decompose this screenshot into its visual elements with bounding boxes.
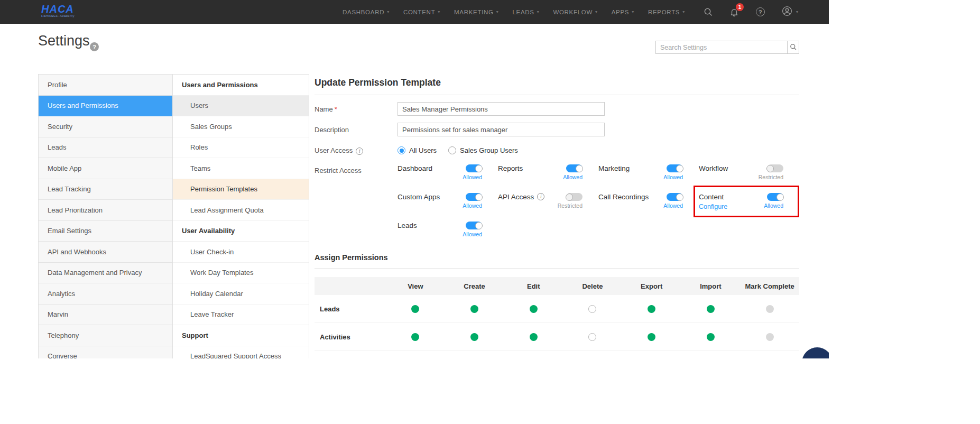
- perm-dot-leads-view[interactable]: [411, 305, 419, 313]
- nav-workflow[interactable]: WORKFLOW▾: [553, 9, 597, 15]
- sidebar-item-profile[interactable]: Profile: [39, 75, 172, 96]
- name-form-row: Name*: [315, 102, 799, 116]
- perm-dot-activities-import[interactable]: [707, 333, 715, 341]
- toggle-state-label: Allowed: [663, 174, 683, 180]
- notifications-bell-icon[interactable]: 1: [729, 7, 739, 17]
- user-profile-menu[interactable]: ▾: [782, 6, 798, 19]
- toggle-state-label: Allowed: [463, 231, 482, 237]
- sidebar-item-users-and-permissions[interactable]: Users and Permissions: [39, 96, 172, 117]
- perm-dot-leads-export[interactable]: [648, 305, 655, 313]
- sidebar-item-leads[interactable]: Leads: [39, 137, 172, 159]
- row-label-activities: Activities: [315, 333, 386, 341]
- sidebar-item-email-settings[interactable]: Email Settings: [39, 221, 172, 242]
- settings-sidebar: Profile Users and Permissions Security L…: [38, 74, 173, 358]
- perm-dot-activities-export[interactable]: [648, 333, 655, 341]
- toggle-knob: [776, 193, 784, 201]
- sidebar-item-converse[interactable]: Converse: [39, 346, 172, 359]
- description-field[interactable]: [397, 123, 605, 136]
- info-icon[interactable]: i: [537, 193, 544, 200]
- radio-sales-group-users[interactable]: [448, 146, 456, 154]
- user-access-form-row: User Access i All Users Sales Group User…: [315, 143, 799, 155]
- perm-dot-activities-create[interactable]: [470, 333, 478, 341]
- submenu-item-leadsquared-support-access[interactable]: LeadSquared Support Access: [173, 346, 309, 359]
- submenu-item-roles[interactable]: Roles: [173, 137, 309, 159]
- restrict-cell-dashboard: Dashboard Allowed: [397, 163, 498, 188]
- perm-dot-leads-edit[interactable]: [530, 305, 538, 313]
- restrict-cell-content: Content Configure Allowed: [699, 192, 799, 216]
- submenu-item-teams[interactable]: Teams: [173, 158, 309, 179]
- haca-logo[interactable]: HACA Harris&Co. Academy: [41, 3, 75, 17]
- submenu-item-users[interactable]: Users: [173, 96, 309, 117]
- sidebar-item-marvin[interactable]: Marvin: [39, 305, 172, 326]
- assign-permissions-title: Assign Permissions: [315, 253, 799, 268]
- perm-dot-activities-view[interactable]: [411, 333, 419, 341]
- chevron-down-icon: ▾: [595, 10, 598, 14]
- logo-subtext: Harris&Co. Academy: [41, 14, 75, 17]
- content-configure-link[interactable]: Configure: [699, 203, 727, 210]
- perm-dot-leads-mark-complete[interactable]: [766, 305, 774, 313]
- toggle-knob: [576, 165, 583, 172]
- search-settings-input[interactable]: [655, 41, 788, 54]
- perm-dot-activities-delete[interactable]: [588, 333, 596, 341]
- chat-widget-button[interactable]: [802, 347, 829, 358]
- name-field[interactable]: [397, 102, 605, 116]
- radio-all-users[interactable]: [397, 146, 405, 154]
- custom-apps-toggle[interactable]: [466, 193, 482, 201]
- perm-dot-activities-edit[interactable]: [530, 333, 538, 341]
- perm-dot-leads-create[interactable]: [470, 305, 478, 313]
- sidebar-item-api-and-webhooks[interactable]: API and Webhooks: [39, 242, 172, 263]
- nav-marketing[interactable]: MARKETING▾: [454, 9, 498, 15]
- sidebar-item-analytics[interactable]: Analytics: [39, 283, 172, 305]
- avatar-icon: [782, 6, 792, 19]
- sidebar-item-data-management[interactable]: Data Management and Privacy: [39, 263, 172, 284]
- call-recordings-toggle[interactable]: [667, 193, 683, 201]
- perm-dot-leads-delete[interactable]: [588, 305, 596, 313]
- nav-dashboard[interactable]: DASHBOARD▾: [343, 9, 390, 15]
- submenu-item-leave-tracker[interactable]: Leave Tracker: [173, 305, 309, 326]
- main-nav: DASHBOARD▾ CONTENT▾ MARKETING▾ LEADS▾ WO…: [343, 0, 685, 24]
- nav-leads[interactable]: LEADS▾: [512, 9, 539, 15]
- sidebar-item-lead-prioritization[interactable]: Lead Prioritization: [39, 200, 172, 221]
- chevron-down-icon: ▾: [496, 10, 499, 14]
- submenu-item-sales-groups[interactable]: Sales Groups: [173, 116, 309, 137]
- col-mark-complete: Mark Complete: [740, 282, 799, 290]
- magnifier-icon: [790, 43, 797, 52]
- submenu-item-user-check-in[interactable]: User Check-in: [173, 242, 309, 263]
- chevron-down-icon: ▾: [438, 10, 440, 14]
- submenu-item-lead-assignment-quota[interactable]: Lead Assignment Quota: [173, 200, 309, 221]
- user-access-options: All Users Sales Group Users: [397, 143, 530, 155]
- help-icon[interactable]: ?: [756, 7, 765, 16]
- nav-reports[interactable]: REPORTS▾: [648, 9, 685, 15]
- submenu-item-holiday-calendar[interactable]: Holiday Calendar: [173, 283, 309, 305]
- dashboard-toggle[interactable]: [466, 164, 482, 172]
- search-icon[interactable]: [704, 7, 713, 16]
- submenu-item-work-day-templates[interactable]: Work Day Templates: [173, 263, 309, 284]
- toggle-state-label: Allowed: [663, 202, 683, 209]
- restrict-access-row: Restrict Access Dashboard Allowed Report…: [315, 163, 799, 245]
- leads-toggle[interactable]: [466, 222, 482, 229]
- sidebar-item-telephony[interactable]: Telephony: [39, 325, 172, 346]
- reports-toggle[interactable]: [566, 164, 583, 172]
- sidebar-item-lead-tracking[interactable]: Lead Tracking: [39, 179, 172, 200]
- perm-dot-leads-import[interactable]: [707, 305, 715, 313]
- content-toggle[interactable]: [767, 193, 783, 201]
- sidebar-item-mobile-app[interactable]: Mobile App: [39, 158, 172, 179]
- nav-content[interactable]: CONTENT▾: [403, 9, 440, 15]
- col-view: View: [386, 282, 445, 290]
- toggle-state-label: Allowed: [764, 202, 783, 209]
- table-row-activities: Activities: [315, 323, 799, 351]
- sidebar-item-security[interactable]: Security: [39, 116, 172, 137]
- marketing-toggle[interactable]: [667, 164, 683, 172]
- info-icon[interactable]: i: [356, 148, 363, 155]
- perm-dot-activities-mark-complete[interactable]: [766, 333, 774, 341]
- nav-apps[interactable]: APPS▾: [612, 9, 634, 15]
- submenu-item-permission-templates[interactable]: Permission Templates: [173, 179, 309, 200]
- api-access-toggle[interactable]: [566, 193, 583, 201]
- settings-help-icon[interactable]: ?: [90, 42, 99, 51]
- required-asterisk: *: [335, 105, 337, 113]
- workflow-toggle[interactable]: [767, 164, 783, 172]
- page-title: Settings: [38, 33, 90, 49]
- submenu-header-users-and-permissions: Users and Permissions: [173, 75, 309, 96]
- submenu-header-support: Support: [173, 325, 309, 346]
- search-settings-button[interactable]: [788, 41, 799, 54]
